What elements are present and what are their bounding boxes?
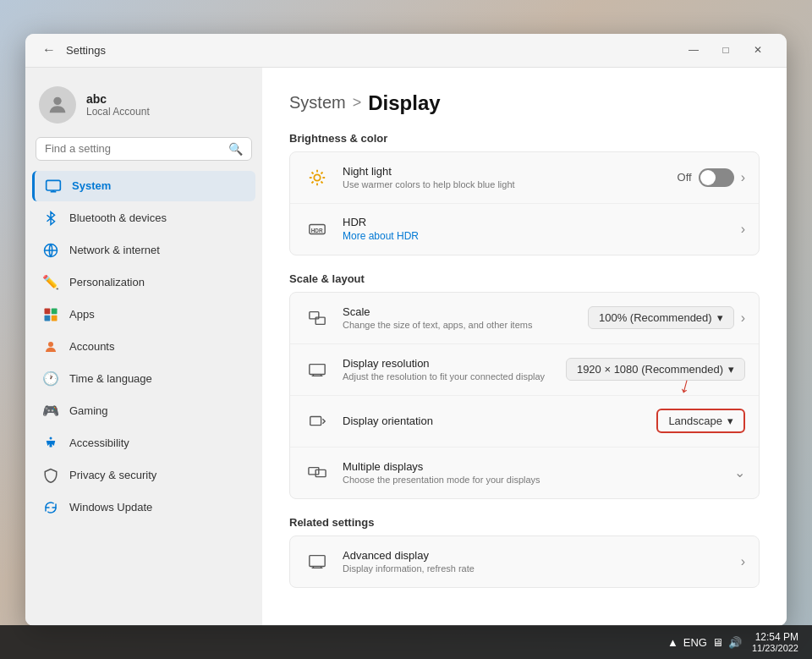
apps-icon: [42, 306, 59, 323]
search-input[interactable]: [45, 142, 222, 155]
advanced-display-text: Advanced display Display information, re…: [343, 549, 729, 574]
night-light-row[interactable]: Night light Use warmer colors to help bl…: [290, 152, 759, 204]
svg-rect-22: [310, 364, 325, 374]
taskbar: ▲ ENG 🖥 🔊 12:54 PM 11/23/2022: [0, 625, 812, 659]
scale-dropdown[interactable]: 100% (Recommended) ▾: [588, 306, 734, 329]
taskbar-icons: ▲ ENG 🖥 🔊: [667, 636, 742, 649]
resolution-right: 1920 × 1080 (Recommended) ▾: [566, 358, 745, 381]
svg-line-17: [321, 172, 322, 173]
system-icon: [45, 178, 62, 195]
sidebar-item-accessibility[interactable]: Accessibility: [32, 428, 255, 459]
window-controls: — □ ✕: [678, 36, 773, 63]
sidebar-label-apps: Apps: [69, 308, 95, 321]
resolution-text: Display resolution Adjust the resolution…: [343, 357, 554, 382]
night-light-toggle[interactable]: [699, 168, 734, 187]
resolution-subtitle: Adjust the resolution to fit your connec…: [343, 371, 554, 382]
scale-subtitle: Change the size of text, apps, and other…: [343, 320, 576, 330]
sidebar-item-bluetooth[interactable]: Bluetooth & devices: [32, 203, 255, 233]
sidebar-item-apps[interactable]: Apps: [32, 299, 255, 330]
night-light-subtitle: Use warmer colors to help block blue lig…: [343, 179, 666, 189]
svg-point-0: [53, 96, 61, 104]
sidebar-item-privacy[interactable]: Privacy & security: [32, 460, 255, 491]
brightness-card: Night light Use warmer colors to help bl…: [289, 151, 760, 255]
svg-line-14: [311, 172, 313, 173]
minimize-button[interactable]: —: [678, 36, 709, 63]
user-name: abc: [86, 92, 150, 106]
hdr-row[interactable]: HDR HDR More about HDR ›: [290, 204, 759, 255]
back-button[interactable]: ←: [39, 40, 59, 60]
svg-rect-3: [45, 308, 51, 314]
resolution-row[interactable]: Display resolution Adjust the resolution…: [290, 344, 759, 396]
breadcrumb-parent: System: [289, 93, 346, 113]
breadcrumb: System > Display: [289, 91, 760, 115]
orientation-text: Display orientation: [343, 415, 645, 427]
taskbar-lang: ENG: [683, 636, 707, 649]
section-related-header: Related settings: [289, 516, 760, 529]
sidebar-label-accounts: Accounts: [69, 340, 114, 353]
orientation-value: Landscape: [668, 415, 722, 427]
night-light-status: Off: [678, 171, 692, 184]
svg-rect-6: [52, 315, 58, 321]
svg-rect-24: [309, 467, 319, 474]
svg-text:HDR: HDR: [311, 227, 323, 233]
svg-rect-26: [310, 555, 325, 566]
sidebar-label-bluetooth: Bluetooth & devices: [69, 211, 167, 224]
multiple-displays-row[interactable]: Multiple displays Choose the presentatio…: [290, 448, 759, 498]
network-icon: [42, 242, 59, 259]
section-brightness-header: Brightness & color: [289, 132, 760, 145]
multiple-displays-subtitle: Choose the presentation mode for your di…: [343, 475, 722, 485]
accessibility-icon: [42, 435, 59, 452]
avatar: [39, 86, 76, 124]
orientation-dropdown[interactable]: Landscape ▾: [656, 409, 745, 433]
sidebar-item-network[interactable]: Network & internet: [32, 235, 255, 266]
time-icon: 🕐: [42, 371, 59, 387]
sidebar-label-time: Time & language: [69, 372, 152, 385]
search-icon: 🔍: [228, 142, 243, 156]
orientation-title: Display orientation: [343, 415, 645, 427]
resolution-value: 1920 × 1080 (Recommended): [577, 363, 723, 376]
user-account-type: Local Account: [86, 106, 150, 118]
resolution-dropdown[interactable]: 1920 × 1080 (Recommended) ▾: [566, 358, 745, 381]
personalization-icon: ✏️: [42, 274, 59, 291]
svg-rect-4: [52, 308, 58, 314]
sidebar-item-system[interactable]: System: [32, 171, 255, 201]
advanced-display-title: Advanced display: [343, 549, 729, 562]
night-light-controls: Off ›: [678, 168, 745, 187]
svg-rect-5: [45, 315, 51, 321]
scale-title: Scale: [343, 305, 576, 318]
close-button[interactable]: ✕: [743, 36, 773, 63]
search-box[interactable]: 🔍: [36, 137, 252, 161]
maximize-button[interactable]: □: [710, 36, 741, 63]
advanced-display-subtitle: Display information, refresh rate: [343, 563, 729, 574]
scale-row[interactable]: Scale Change the size of text, apps, and…: [290, 293, 759, 344]
bluetooth-icon: [42, 210, 59, 227]
taskbar-datetime: 12:54 PM 11/23/2022: [752, 631, 798, 653]
svg-rect-25: [315, 470, 326, 476]
night-light-text: Night light Use warmer colors to help bl…: [343, 165, 666, 189]
taskbar-network-icon: 🖥: [712, 636, 723, 649]
orientation-right: Landscape ▾: [656, 409, 745, 433]
titlebar: ← Settings — □ ✕: [25, 34, 787, 68]
taskbar-volume-icon: 🔊: [728, 636, 742, 649]
night-light-chevron: ›: [741, 170, 745, 185]
sidebar-item-accounts[interactable]: Accounts: [32, 332, 255, 362]
sidebar-label-gaming: Gaming: [69, 404, 108, 417]
advanced-display-row[interactable]: Advanced display Display information, re…: [290, 536, 759, 587]
orientation-dropdown-icon: ▾: [727, 415, 733, 427]
sidebar-label-system: System: [72, 179, 111, 192]
scale-icon: [304, 305, 331, 332]
sidebar-nav: System Bluetooth & devices: [32, 171, 255, 523]
scale-text: Scale Change the size of text, apps, and…: [343, 305, 576, 330]
hdr-subtitle: More about HDR: [343, 230, 729, 242]
orientation-row[interactable]: ↓ Display orientation Landscape ▾: [290, 396, 759, 448]
sidebar-label-privacy: Privacy & security: [69, 469, 156, 481]
sidebar-item-time[interactable]: 🕐 Time & language: [32, 364, 255, 394]
privacy-icon: [42, 467, 59, 484]
sidebar-item-personalization[interactable]: ✏️ Personalization: [32, 267, 255, 298]
sidebar-item-gaming[interactable]: 🎮 Gaming: [32, 396, 255, 426]
scale-chevron: ›: [741, 310, 745, 326]
accounts-icon: [42, 338, 59, 355]
hdr-title: HDR: [343, 216, 729, 228]
orientation-icon: [304, 408, 331, 435]
sidebar-item-update[interactable]: Windows Update: [32, 492, 255, 523]
